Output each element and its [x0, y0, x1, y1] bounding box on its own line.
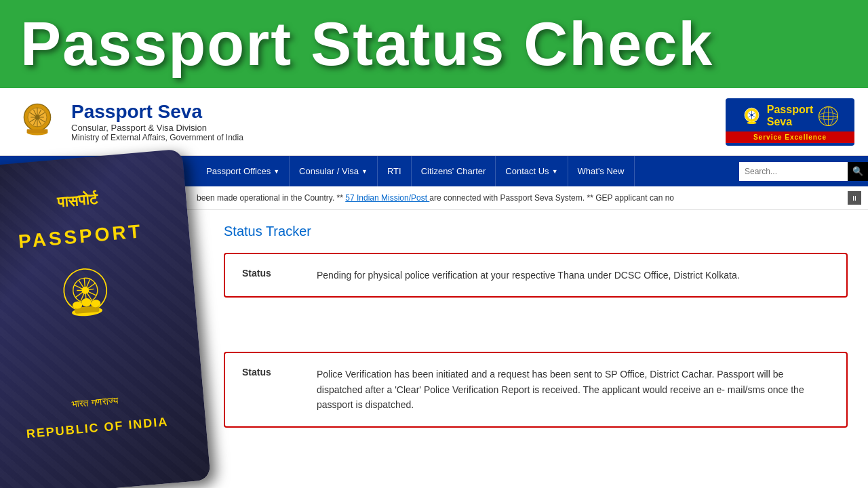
logo-passport-text: Passport: [767, 104, 813, 116]
nav-citizens-charter[interactable]: Citizens' Charter: [412, 156, 496, 186]
logo-tagline: Service Excellence: [726, 131, 854, 143]
passport-offices-arrow: ▼: [273, 168, 279, 175]
nav-contact-us-label: Contact Us: [505, 166, 549, 176]
site-title-block: Passport Seva Consular, Passport & Visa …: [71, 101, 726, 142]
svg-point-27: [747, 121, 756, 124]
status-label-2: Status: [242, 367, 296, 412]
logo-seva-text: Seva: [767, 116, 813, 128]
site-header: ⊕ Passport Seva Consular, Passport & Vis…: [0, 88, 868, 156]
ticker-pause-button[interactable]: ⏸: [848, 191, 861, 205]
nav-consular-visa-label: Consular / Visa: [299, 166, 359, 176]
site-logo: ⊕: [14, 98, 61, 146]
ticker-link[interactable]: 57 Indian Mission/Post: [345, 193, 429, 203]
status-value-2: Police Verification has been initiated a…: [317, 367, 829, 412]
status-card-1: Status Pending for physical police verif…: [224, 253, 848, 298]
site-subtitle1: Consular, Passport & Visa Division: [71, 123, 726, 133]
passport-bottom-hindi: भारत गणराज्य: [71, 394, 119, 410]
nav-passport-offices-label: Passport Offices: [206, 166, 271, 176]
status-tracker-title: Status Tracker: [224, 224, 848, 239]
consular-visa-arrow: ▼: [361, 168, 368, 175]
search-button[interactable]: 🔍: [848, 162, 868, 181]
svg-point-51: [81, 298, 92, 307]
contact-us-arrow: ▼: [552, 168, 558, 175]
nav-rti[interactable]: RTI: [378, 156, 412, 186]
search-input[interactable]: [739, 162, 848, 181]
passport-english-title: PASSPORT: [18, 220, 144, 253]
nav-rti-label: RTI: [387, 166, 401, 176]
nav-consular-visa[interactable]: Consular / Visa ▼: [290, 156, 378, 186]
nav-passport-offices[interactable]: Passport Offices ▼: [197, 156, 290, 186]
passport-republic: REPUBLIC OF INDIA: [26, 415, 169, 441]
nav-whats-new-label: What's New: [578, 166, 625, 176]
banner-title: Passport Status Check: [20, 14, 713, 75]
status-card-2: Status Police Verification has been init…: [224, 352, 848, 427]
site-subtitle2: Ministry of External Affairs, Government…: [71, 133, 726, 142]
ticker-text: been made operational in the Country. **…: [197, 193, 674, 203]
status-label-1: Status: [242, 268, 296, 283]
header-right-logo: Passport Seva Service Excellence: [726, 98, 854, 146]
svg-text:⊕: ⊕: [36, 115, 39, 119]
nav-search-area: 🔍: [739, 156, 868, 186]
nav-citizens-charter-label: Citizens' Charter: [421, 166, 486, 176]
status-value-1: Pending for physical police verification…: [317, 268, 740, 283]
top-banner: Passport Status Check: [0, 0, 868, 88]
passport-hindi-title: पासपोर्ट: [56, 190, 98, 211]
passport-book: पासपोर्ट PASSPORT: [0, 149, 211, 488]
nav-whats-new[interactable]: What's New: [568, 156, 635, 186]
site-title: Passport Seva: [71, 101, 726, 123]
nav-contact-us[interactable]: Contact Us ▼: [496, 156, 568, 186]
svg-rect-16: [27, 129, 48, 133]
